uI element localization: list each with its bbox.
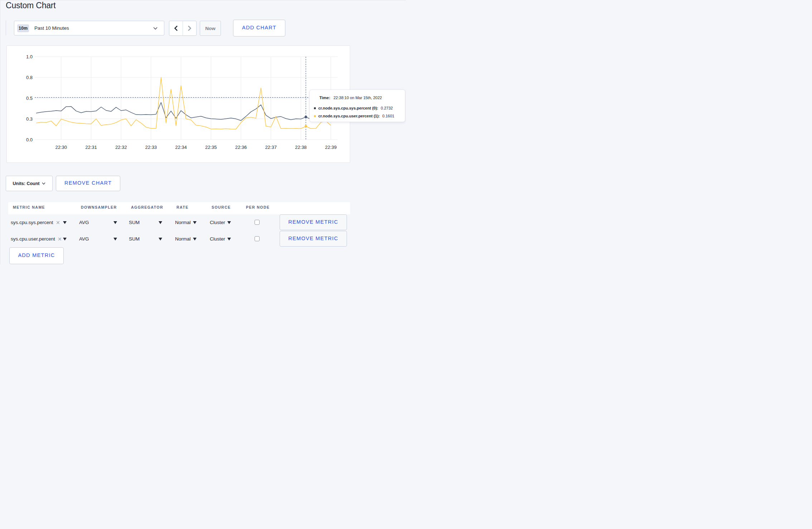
svg-text:0.8: 0.8 xyxy=(26,75,33,80)
svg-text:0.0: 0.0 xyxy=(26,137,33,142)
svg-text:0.5: 0.5 xyxy=(26,96,33,101)
svg-text:22:38: 22:38 xyxy=(295,145,307,150)
svg-text:22:35: 22:35 xyxy=(205,145,217,150)
svg-text:22:30: 22:30 xyxy=(55,145,67,150)
svg-text:22:31: 22:31 xyxy=(85,145,97,150)
svg-text:22:32: 22:32 xyxy=(115,145,127,150)
svg-text:22:37: 22:37 xyxy=(265,145,277,150)
svg-text:1.0: 1.0 xyxy=(26,54,33,59)
svg-text:22:34: 22:34 xyxy=(175,145,187,150)
svg-text:22:39: 22:39 xyxy=(325,145,337,150)
svg-text:0.3: 0.3 xyxy=(26,116,33,122)
svg-text:22:36: 22:36 xyxy=(235,145,247,150)
svg-text:22:33: 22:33 xyxy=(145,145,157,150)
